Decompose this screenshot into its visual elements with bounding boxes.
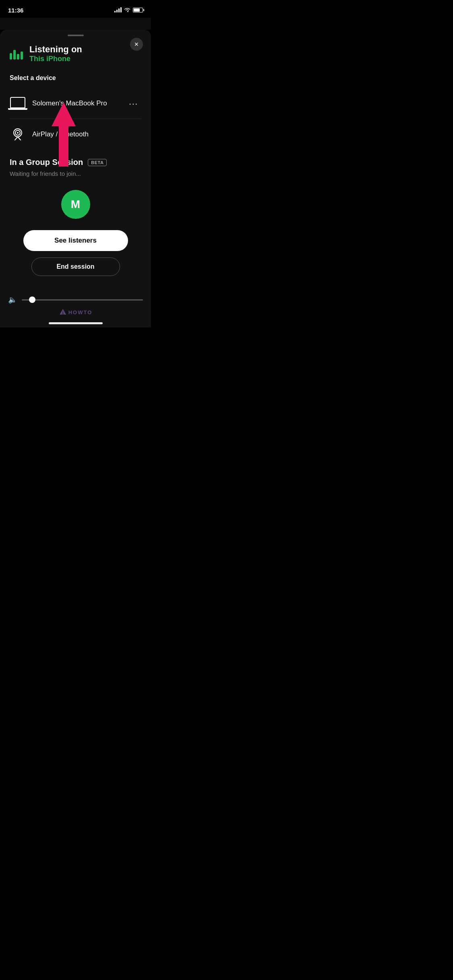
macbook-device-item[interactable]: Solomen's MacBook Pro ···	[10, 90, 141, 117]
airplay-icon	[10, 126, 26, 142]
status-bar: 11:36	[0, 0, 151, 18]
battery-icon	[133, 8, 143, 12]
beta-badge: BETA	[88, 159, 107, 166]
howto-label: HOWTO	[68, 309, 93, 315]
listening-label: Listening on	[29, 44, 82, 55]
home-indicator	[49, 322, 103, 324]
sheet-handle	[68, 35, 84, 36]
current-device: This iPhone	[29, 55, 82, 63]
airplay-device-item[interactable]: AirPlay / Bluetooth	[10, 121, 141, 148]
equalizer-icon	[10, 48, 23, 60]
listening-section: Listening on This iPhone	[10, 44, 141, 63]
waiting-text: Waiting for friends to join...	[10, 170, 141, 177]
status-time: 11:36	[8, 7, 23, 14]
status-icons	[114, 8, 143, 12]
avatar-container: M	[10, 190, 141, 219]
laptop-icon	[8, 97, 27, 110]
listening-text: Listening on This iPhone	[29, 44, 82, 63]
close-button[interactable]: ✕	[130, 38, 143, 51]
howto-logo	[59, 308, 67, 316]
device-divider	[10, 119, 141, 119]
macbook-more-button[interactable]: ···	[126, 97, 141, 110]
macbook-device-icon	[10, 95, 26, 111]
end-session-button[interactable]: End session	[31, 257, 120, 276]
svg-line-5	[18, 137, 21, 140]
volume-icon: 🔈	[8, 295, 18, 304]
svg-point-3	[17, 132, 19, 134]
signal-icon	[114, 8, 122, 12]
group-session-title: In a Group Session	[10, 158, 83, 167]
volume-track[interactable]	[22, 299, 143, 301]
group-session-header: In a Group Session BETA	[10, 158, 141, 167]
group-session-section: In a Group Session BETA Waiting for frie…	[10, 158, 141, 276]
wifi-icon	[124, 8, 130, 12]
device-sheet: ✕ Listening on This iPhone Select a devi…	[0, 30, 151, 327]
select-device-label: Select a device	[10, 74, 141, 82]
volume-thumb[interactable]	[29, 296, 35, 303]
volume-bar: 🔈	[0, 295, 151, 304]
howto-watermark: HOWTO	[59, 308, 93, 316]
see-listeners-button[interactable]: See listeners	[23, 230, 128, 251]
svg-line-4	[15, 137, 18, 140]
behind-sheet	[0, 18, 151, 30]
macbook-name: Solomen's MacBook Pro	[32, 99, 119, 107]
user-avatar: M	[61, 190, 90, 219]
airplay-name: AirPlay / Bluetooth	[32, 130, 141, 138]
